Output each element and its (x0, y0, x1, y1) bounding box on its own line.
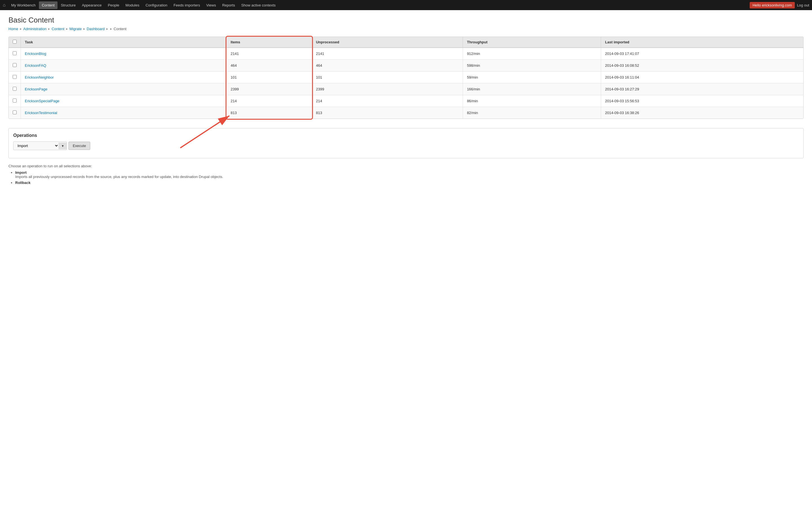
nav-item-structure[interactable]: Structure (58, 1, 79, 9)
breadcrumb-sep-4: ► (83, 27, 86, 31)
nav-item-appearance[interactable]: Appearance (79, 1, 104, 9)
row-last-imported-1: 2014-09-03 16:08:52 (601, 60, 803, 71)
row-items-1: 464 (227, 60, 312, 71)
header-task: Task (21, 37, 227, 48)
row-checkbox-4 (9, 95, 21, 107)
nav-item-configuration[interactable]: Configuration (143, 1, 170, 9)
row-throughput-5: 82/min (463, 107, 601, 119)
row-unprocessed-4: 214 (312, 95, 463, 107)
breadcrumb-home[interactable]: Home (8, 27, 18, 31)
select-all-checkbox[interactable] (13, 40, 17, 44)
row-items-2: 101 (227, 71, 312, 83)
notes-item-import-title: Import (15, 170, 27, 175)
row-throughput-0: 912/min (463, 48, 601, 60)
row-last-imported-5: 2014-09-03 16:38:26 (601, 107, 803, 119)
content-table: Task Items Unprocessed Throughput Last i… (9, 37, 803, 119)
breadcrumb-migrate[interactable]: Migrate (69, 27, 82, 31)
row-unprocessed-2: 101 (312, 71, 463, 83)
logout-link[interactable]: Log out (797, 3, 809, 7)
operations-controls: Import Rollback ▼ Execute (13, 142, 799, 150)
row-throughput-4: 86/min (463, 95, 601, 107)
notes-list: Import Imports all previously unprocesse… (8, 170, 804, 185)
nav-items: My Workbench Content Structure Appearanc… (8, 1, 750, 9)
row-task-0: EricksonBlog (21, 48, 227, 60)
row-task-3: EricksonPage (21, 83, 227, 95)
row-throughput-2: 59/min (463, 71, 601, 83)
row-last-imported-2: 2014-09-03 16:11:04 (601, 71, 803, 83)
nav-right: Hello ericksonliving.com Log out (750, 2, 809, 8)
row-throughput-3: 166/min (463, 83, 601, 95)
select-dropdown-btn[interactable]: ▼ (59, 143, 66, 149)
row-last-imported-0: 2014-09-03 17:41:07 (601, 48, 803, 60)
table-row: EricksonBlog 2141 2141 912/min 2014-09-0… (9, 48, 803, 60)
header-throughput: Throughput (463, 37, 601, 48)
header-items: Items (227, 37, 312, 48)
row-select-1[interactable] (13, 63, 17, 67)
row-task-1: EricksonFAQ (21, 60, 227, 71)
nav-item-content[interactable]: Content (39, 1, 57, 9)
row-checkbox-0 (9, 48, 21, 60)
row-select-4[interactable] (13, 99, 17, 103)
page-content: Basic Content Home ► Administration ► Co… (0, 10, 812, 507)
row-checkbox-3 (9, 83, 21, 95)
notes-item-rollback-title: Rollback (15, 180, 31, 185)
row-items-4: 214 (227, 95, 312, 107)
execute-button[interactable]: Execute (68, 142, 90, 150)
table-row: EricksonPage 2399 2399 166/min 2014-09-0… (9, 83, 803, 95)
breadcrumb-sep-3: ► (65, 27, 68, 31)
row-checkbox-5 (9, 107, 21, 119)
row-checkbox-1 (9, 60, 21, 71)
notes-intro: Choose an operation to run on all select… (8, 164, 804, 168)
table-row: EricksonNeighbor 101 101 59/min 2014-09-… (9, 71, 803, 83)
task-link-4[interactable]: EricksonSpecialPage (25, 99, 59, 103)
task-link-0[interactable]: EricksonBlog (25, 52, 46, 56)
header-checkbox-col (9, 37, 21, 48)
notes-item-import-desc: Imports all previously unprocessed recor… (15, 175, 223, 179)
row-unprocessed-0: 2141 (312, 48, 463, 60)
row-items-0: 2141 (227, 48, 312, 60)
row-select-0[interactable] (13, 51, 17, 55)
operations-title: Operations (13, 133, 799, 138)
task-link-3[interactable]: EricksonPage (25, 87, 47, 91)
breadcrumb-admin[interactable]: Administration (23, 27, 47, 31)
task-link-1[interactable]: EricksonFAQ (25, 63, 46, 68)
row-task-4: EricksonSpecialPage (21, 95, 227, 107)
operation-select[interactable]: Import Rollback (13, 142, 59, 150)
hello-badge[interactable]: Hello ericksonliving.com (750, 2, 795, 8)
nav-item-reports[interactable]: Reports (219, 1, 238, 9)
breadcrumb-dashboard[interactable]: Dashboard (87, 27, 105, 31)
row-items-3: 2399 (227, 83, 312, 95)
table-row: EricksonTestimonial 813 813 82/min 2014-… (9, 107, 803, 119)
breadcrumb-sep-2: ► (48, 27, 50, 31)
data-table-container: Task Items Unprocessed Throughput Last i… (8, 37, 804, 119)
row-unprocessed-1: 464 (312, 60, 463, 71)
row-select-5[interactable] (13, 110, 17, 114)
home-icon[interactable]: ⌂ (3, 3, 6, 8)
row-select-3[interactable] (13, 87, 17, 91)
task-link-2[interactable]: EricksonNeighbor (25, 75, 54, 79)
nav-item-views[interactable]: Views (203, 1, 218, 9)
row-last-imported-3: 2014-09-03 16:27:29 (601, 83, 803, 95)
breadcrumb-content[interactable]: Content (52, 27, 64, 31)
nav-item-modules[interactable]: Modules (123, 1, 142, 9)
breadcrumb-sep-5: ► (106, 27, 109, 31)
notes-section: Choose an operation to run on all select… (8, 164, 804, 185)
nav-item-workbench[interactable]: My Workbench (8, 1, 38, 9)
nav-item-people[interactable]: People (105, 1, 122, 9)
row-throughput-1: 598/min (463, 60, 601, 71)
header-unprocessed: Unprocessed (312, 37, 463, 48)
table-row: EricksonSpecialPage 214 214 86/min 2014-… (9, 95, 803, 107)
breadcrumb-sep-1: ► (19, 27, 22, 31)
notes-item-rollback: Rollback (15, 180, 804, 185)
row-task-2: EricksonNeighbor (21, 71, 227, 83)
breadcrumb-current: Content (114, 27, 126, 31)
row-items-5: 813 (227, 107, 312, 119)
page-title: Basic Content (8, 16, 804, 24)
table-header-row: Task Items Unprocessed Throughput Last i… (9, 37, 803, 48)
breadcrumb: Home ► Administration ► Content ► Migrat… (8, 27, 804, 31)
row-checkbox-2 (9, 71, 21, 83)
task-link-5[interactable]: EricksonTestimonial (25, 111, 57, 115)
nav-item-feeds[interactable]: Feeds importers (171, 1, 203, 9)
row-select-2[interactable] (13, 75, 17, 79)
nav-item-contexts[interactable]: Show active contexts (238, 1, 278, 9)
